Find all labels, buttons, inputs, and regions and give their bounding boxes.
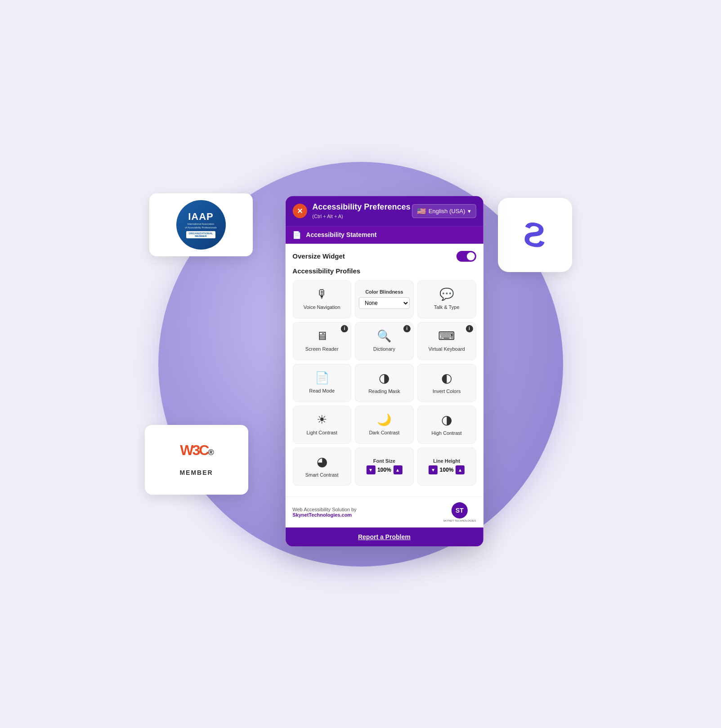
line-height-label: Line Height	[433, 458, 460, 464]
row-5: ◕ Smart Contrast Font Size ▾ 100% ▴ Line…	[292, 447, 476, 486]
iaap-card: IAAP International Association of Access…	[149, 193, 253, 256]
screen-reader-cell[interactable]: i 🖥 Screen Reader	[292, 322, 351, 360]
talk-type-icon: 💬	[439, 287, 454, 301]
footer-text-line1: Web Accessibility Solution by	[292, 507, 356, 512]
line-height-controls: ▾ 100% ▴	[429, 465, 465, 474]
high-contrast-label: High Contrast	[431, 430, 461, 436]
reading-mask-label: Reading Mask	[368, 388, 400, 394]
lang-label: English (USA)	[429, 208, 466, 214]
font-size-cell: Font Size ▾ 100% ▴	[355, 447, 414, 486]
invert-colors-cell[interactable]: ◐ Invert Colors	[417, 364, 476, 402]
skynet-logo-card: S	[498, 198, 572, 272]
color-blindness-cell: Color Blindness None Protanopia Deuteran…	[355, 280, 414, 318]
iaap-badge: IAAP International Association of Access…	[176, 200, 226, 250]
iaap-org-label: ORGANIZATIONAL MEMBER	[186, 231, 216, 238]
statement-icon: 📄	[292, 231, 301, 239]
panel-title-main: Accessibility Preferences	[312, 202, 410, 212]
font-size-value: 100%	[377, 467, 391, 473]
screen-reader-info[interactable]: i	[341, 325, 348, 332]
font-size-increase-button[interactable]: ▴	[393, 465, 402, 474]
iaap-acronym: IAAP	[188, 211, 214, 223]
invert-colors-label: Invert Colors	[433, 388, 461, 394]
font-size-label: Font Size	[373, 458, 395, 464]
read-mode-cell[interactable]: 📄 Read Mode	[292, 364, 351, 402]
talk-type-label: Talk & Type	[434, 304, 460, 310]
talk-type-cell[interactable]: 💬 Talk & Type	[417, 280, 476, 318]
footer-link[interactable]: SkynetTechnologies.com	[292, 512, 352, 518]
line-height-decrease-button[interactable]: ▾	[429, 465, 438, 474]
footer-logo-icon: ST	[452, 502, 468, 518]
virtual-keyboard-label: Virtual Keyboard	[428, 346, 465, 352]
w3c-member-label: MEMBER	[179, 469, 213, 476]
oversize-label: Oversize Widget	[292, 252, 345, 260]
invert-colors-icon: ◐	[441, 371, 452, 385]
light-contrast-icon: ☀	[317, 413, 327, 427]
line-height-increase-button[interactable]: ▴	[456, 465, 465, 474]
voice-navigation-icon: 🎙	[316, 287, 328, 301]
light-contrast-label: Light Contrast	[306, 429, 337, 436]
report-link[interactable]: Report a Problem	[358, 533, 411, 540]
read-mode-icon: 📄	[315, 371, 329, 385]
line-height-cell: Line Height ▾ 100% ▴	[417, 447, 476, 486]
footer-logo-sub: SKYNET TECHNOLOGIES	[443, 519, 476, 522]
color-blindness-select[interactable]: None Protanopia Deuteranopia Tritanopia	[359, 297, 410, 309]
reading-mask-cell[interactable]: ◑ Reading Mask	[355, 364, 414, 402]
smart-contrast-label: Smart Contrast	[305, 472, 339, 478]
close-button[interactable]: ✕	[292, 204, 307, 218]
accessibility-panel: ✕ Accessibility Preferences (Ctrl + Alt …	[285, 196, 483, 546]
reading-mask-icon: ◑	[379, 371, 390, 385]
dictionary-icon: 🔍	[377, 329, 391, 343]
screen-reader-label: Screen Reader	[305, 346, 339, 352]
footer-logo: ST SKYNET TECHNOLOGIES	[443, 502, 476, 522]
iaap-full-name: International Association of Accessibili…	[181, 223, 220, 229]
panel-shortcut: (Ctrl + Alt + A)	[312, 214, 343, 219]
voice-navigation-label: Voice Navigation	[304, 304, 340, 310]
scene: IAAP International Association of Access…	[136, 139, 586, 589]
profiles-section-label: Accessibility Profiles	[292, 267, 476, 275]
report-bar[interactable]: Report a Problem	[285, 527, 483, 546]
statement-bar[interactable]: 📄 Accessibility Statement	[285, 226, 483, 244]
light-contrast-cell[interactable]: ☀ Light Contrast	[292, 406, 351, 444]
screen-reader-icon: 🖥	[316, 329, 328, 343]
panel-header: ✕ Accessibility Preferences (Ctrl + Alt …	[285, 196, 483, 226]
dark-contrast-cell[interactable]: 🌙 Dark Contrast	[355, 406, 414, 444]
profiles-top-row: 🎙 Voice Navigation Color Blindness None …	[292, 280, 476, 318]
read-mode-label: Read Mode	[309, 388, 335, 394]
color-blindness-label: Color Blindness	[365, 289, 403, 295]
virtual-keyboard-cell[interactable]: i ⌨ Virtual Keyboard	[417, 322, 476, 360]
panel-body: Oversize Widget Accessibility Profiles 🎙…	[285, 244, 483, 496]
panel-header-left: ✕ Accessibility Preferences (Ctrl + Alt …	[292, 202, 410, 220]
w3c-logo: W3C®	[180, 443, 212, 467]
row-4: ☀ Light Contrast 🌙 Dark Contrast ◑ High …	[292, 406, 476, 444]
panel-title: Accessibility Preferences (Ctrl + Alt + …	[312, 202, 410, 220]
virtual-keyboard-icon: ⌨	[438, 329, 455, 343]
font-size-decrease-button[interactable]: ▾	[366, 465, 375, 474]
line-height-value: 100%	[439, 467, 454, 473]
w3c-trademark: ®	[208, 448, 212, 457]
font-size-controls: ▾ 100% ▴	[366, 465, 402, 474]
high-contrast-cell[interactable]: ◑ High Contrast	[417, 406, 476, 444]
statement-label: Accessibility Statement	[306, 231, 376, 238]
dark-contrast-label: Dark Contrast	[369, 429, 399, 436]
oversize-widget-toggle[interactable]	[456, 251, 476, 262]
footer-text: Web Accessibility Solution by SkynetTech…	[292, 507, 356, 518]
skynet-s-icon: S	[520, 214, 549, 255]
flag-icon: 🇺🇸	[417, 207, 426, 215]
smart-contrast-icon: ◕	[317, 454, 327, 469]
panel-footer: Web Accessibility Solution by SkynetTech…	[285, 496, 483, 527]
dark-contrast-icon: 🌙	[377, 413, 391, 427]
dictionary-cell[interactable]: i 🔍 Dictionary	[355, 322, 414, 360]
w3c-text: W3C	[180, 442, 208, 458]
virtual-keyboard-info[interactable]: i	[466, 325, 473, 332]
smart-contrast-cell[interactable]: ◕ Smart Contrast	[292, 447, 351, 486]
language-selector[interactable]: 🇺🇸 English (USA) ▾	[412, 204, 476, 218]
dictionary-info[interactable]: i	[403, 325, 411, 332]
oversize-widget-row: Oversize Widget	[292, 251, 476, 262]
row-2: i 🖥 Screen Reader i 🔍 Dictionary i ⌨ Vir…	[292, 322, 476, 360]
chevron-down-icon: ▾	[468, 208, 471, 214]
voice-navigation-cell[interactable]: 🎙 Voice Navigation	[292, 280, 351, 318]
dictionary-label: Dictionary	[373, 346, 395, 352]
row-3: 📄 Read Mode ◑ Reading Mask ◐ Invert Colo…	[292, 364, 476, 402]
high-contrast-icon: ◑	[441, 412, 452, 427]
w3c-card: W3C® MEMBER	[145, 425, 248, 495]
